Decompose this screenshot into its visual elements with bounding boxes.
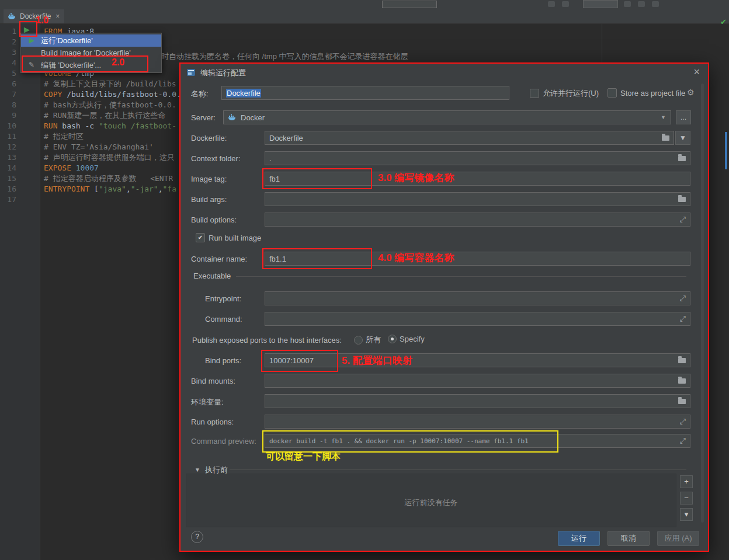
radio-publish-all[interactable]: 所有	[354, 335, 381, 345]
code-text: EXPOSE 10007	[16, 163, 99, 173]
chevron-down-icon[interactable]: ▼	[195, 467, 200, 473]
code-text: # bash方式执行，使fastboot-0.0.	[16, 100, 176, 110]
run-config-combo[interactable]	[382, 1, 437, 8]
folder-icon[interactable]	[678, 399, 686, 404]
folder-icon[interactable]	[678, 378, 686, 384]
line-number: 12	[0, 142, 16, 152]
move-down-button[interactable]: ▾	[680, 508, 693, 521]
line-number: 6	[0, 79, 16, 89]
build-args-label: Build args:	[191, 195, 227, 204]
menu-item[interactable]: Build Image for 'Dockerfile'	[21, 47, 161, 59]
line-number: 5	[0, 68, 16, 79]
bind-mounts-label: Bind mounts:	[191, 377, 235, 385]
bind-ports-value: 10007:10007	[269, 356, 314, 365]
code-text: # ENV TZ='Asia/Shanghai'	[16, 142, 154, 152]
main-toolbar	[0, 0, 729, 8]
env-vars-input[interactable]	[265, 394, 690, 408]
line-number: 8	[0, 100, 16, 110]
name-label: 名称:	[191, 89, 209, 99]
line-number: 16	[0, 184, 16, 194]
line-number: 17	[0, 194, 16, 205]
build-args-input[interactable]	[265, 192, 690, 206]
run-built-image-checkbox[interactable]: Run built image	[196, 233, 261, 242]
line-number: 3	[0, 47, 16, 58]
code-text: # RUN新建一层，在其上执行这些命	[16, 110, 165, 121]
line-number: 15	[0, 173, 16, 184]
close-icon[interactable]: ×	[55, 12, 60, 20]
radio-icon	[354, 336, 363, 345]
add-task-button[interactable]: +	[680, 475, 693, 488]
folder-icon[interactable]	[678, 358, 686, 363]
bind-ports-input[interactable]: 10007:10007	[265, 353, 690, 367]
context-folder-input[interactable]: .	[265, 151, 690, 165]
folder-icon[interactable]	[678, 197, 686, 202]
toolbar-icon[interactable]	[562, 1, 569, 7]
menu-item-label: 编辑 'Dockerfile'...	[41, 61, 101, 69]
container-name-input[interactable]: fb1.1	[265, 252, 690, 266]
remove-task-button[interactable]: −	[680, 492, 693, 505]
store-project-checkbox[interactable]: Store as project file	[608, 88, 685, 98]
toolbar-icon[interactable]	[548, 1, 555, 7]
checkbox-icon	[608, 88, 617, 98]
expand-icon[interactable]: ⤢	[680, 314, 686, 324]
run-options-input[interactable]: ⤢	[265, 415, 690, 429]
expand-icon[interactable]: ⤢	[680, 417, 686, 426]
expand-icon[interactable]: ⤢	[680, 294, 686, 303]
radio-specify-label: Specify	[400, 335, 425, 343]
dockerfile-value: Dockerfile	[269, 134, 303, 142]
command-input[interactable]: ⤢	[265, 312, 690, 326]
allow-parallel-label: 允许并行运行(U)	[543, 88, 599, 99]
annotation-note: 可以留意一下脚本	[266, 451, 341, 463]
container-name-value: fb1.1	[269, 255, 286, 263]
run-built-image-label: Run built image	[209, 234, 261, 242]
command-label: Command:	[205, 315, 242, 324]
toolbar-icon[interactable]	[638, 1, 645, 7]
bind-mounts-input[interactable]	[265, 374, 690, 388]
toolbar-icon[interactable]	[652, 1, 659, 7]
close-icon[interactable]: ×	[693, 66, 700, 78]
run-options-label: Run options:	[191, 418, 234, 426]
annotation-label-step5: 5. 配置端口映射	[342, 354, 412, 367]
folder-icon[interactable]	[662, 135, 669, 141]
server-combo[interactable]: Docker ▼	[223, 110, 671, 124]
run-button[interactable]: 运行	[558, 531, 600, 546]
name-input[interactable]: Dockerfile	[221, 86, 509, 100]
code-text: # 指定时区	[16, 131, 84, 142]
build-options-input[interactable]: ⤢	[265, 213, 690, 227]
line-number: 1	[0, 26, 16, 37]
image-tag-value: fb1	[269, 175, 280, 183]
entrypoint-input[interactable]: ⤢	[265, 291, 690, 305]
menu-item[interactable]: ✎编辑 'Dockerfile'...	[21, 59, 161, 71]
cancel-button[interactable]: 取消	[608, 531, 650, 546]
help-button[interactable]: ?	[191, 531, 203, 543]
image-tag-input[interactable]: fb1	[265, 172, 690, 186]
code-text	[16, 194, 44, 205]
folder-icon[interactable]	[678, 156, 686, 161]
toolbar-icon[interactable]	[624, 1, 631, 7]
code-text: RUN bash -c "touch /fastboot-	[16, 121, 176, 131]
dialog-scrollbar[interactable]	[701, 84, 704, 523]
tab-dockerfile[interactable]: Dockerfile ×	[4, 9, 64, 23]
toolbar-button[interactable]	[583, 0, 618, 8]
gear-icon[interactable]: ⚙	[687, 88, 695, 97]
entrypoint-label: Entrypoint:	[205, 294, 241, 303]
container-name-label: Container name:	[191, 255, 247, 263]
expand-icon[interactable]: ⤢	[680, 436, 686, 446]
context-folder-label: Context folder:	[191, 154, 241, 163]
server-value: Docker	[241, 113, 265, 122]
allow-parallel-checkbox[interactable]: 允许并行运行(U)	[530, 88, 599, 99]
menu-item-label: Build Image for 'Dockerfile'	[41, 48, 131, 57]
apply-button[interactable]: 应用 (A)	[657, 531, 699, 546]
expand-icon[interactable]: ⤢	[680, 215, 686, 224]
code-text: COPY /build/libs/fastboot-0.0.	[16, 89, 181, 100]
before-launch-task-list[interactable]: 运行前没有任务	[186, 474, 676, 527]
annotation-label-step3: 3.0 编写镜像名称	[378, 171, 454, 185]
radio-publish-specify[interactable]: Specify	[388, 335, 425, 343]
edit-icon: ✎	[26, 59, 37, 71]
menu-item[interactable]: ▶运行'Dockerfile'	[21, 34, 161, 47]
server-browse-button[interactable]: ...	[676, 110, 691, 124]
dockerfile-input[interactable]: Dockerfile	[265, 131, 674, 145]
section-divider	[236, 276, 686, 277]
dockerfile-dropdown-button[interactable]: ▼	[675, 131, 690, 145]
annotation-label-step4: 4.0 编写容器名称	[378, 251, 454, 265]
